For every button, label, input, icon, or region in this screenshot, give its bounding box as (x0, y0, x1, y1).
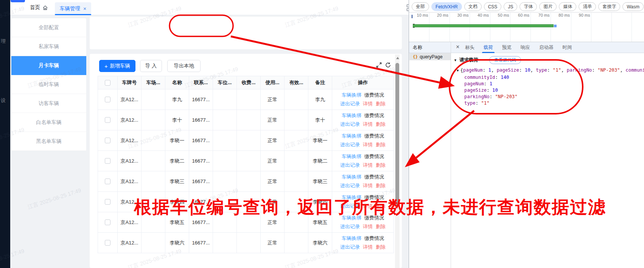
add-vehicle-button[interactable]: + 新增车辆 (99, 60, 135, 72)
detail-tab[interactable]: 响应 (521, 42, 530, 53)
payment-status-link[interactable]: 缴费情况 (364, 235, 384, 242)
top-left-accent (11, 0, 25, 2)
delete-link[interactable]: 删除 (376, 162, 386, 169)
tab-vehicle-management[interactable]: 车辆管理 × (55, 2, 91, 15)
entry-exit-log-link[interactable]: 进出记录 (340, 121, 360, 128)
payment-status-link[interactable]: 缴费情况 (364, 153, 384, 160)
rebind-vehicle-link[interactable]: 车辆换绑 (342, 133, 361, 139)
rebind-vehicle-link[interactable]: 车辆换绑 (342, 194, 361, 201)
filter-chip[interactable]: 全部 (412, 2, 429, 11)
table-row: 京A12... 李十 16677... 正常 李十 车辆换绑 缴费情况 进出记录… (98, 110, 394, 130)
sidebar-item[interactable]: 黑名单车辆 (11, 132, 86, 151)
filter-chip[interactable]: 字体 (520, 2, 537, 11)
entry-exit-log-link[interactable]: 进出记录 (340, 182, 360, 189)
detail-tab[interactable]: 载荷 (484, 42, 493, 53)
sidebar-item[interactable]: 私家车辆 (11, 37, 86, 56)
details-link[interactable]: 详情 (363, 223, 373, 230)
sidebar-item[interactable]: 月卡车辆 (11, 56, 86, 75)
filter-chip[interactable]: 清单 (579, 2, 596, 11)
payload-value: 140 (501, 75, 509, 80)
details-link[interactable]: 详情 (363, 203, 373, 210)
sidebar-item[interactable]: 全部配置 (11, 18, 86, 37)
entry-exit-log-link[interactable]: 进出记录 (340, 141, 360, 148)
close-detail-icon[interactable]: × (456, 44, 459, 50)
rebind-vehicle-link[interactable]: 车辆换绑 (342, 215, 361, 221)
payment-status-link[interactable]: 缴费情况 (364, 194, 384, 201)
delete-link[interactable]: 删除 (376, 223, 386, 230)
payment-status-link[interactable]: 缴费情况 (364, 133, 384, 139)
payment-status-link[interactable]: 缴费情况 (364, 112, 384, 119)
details-link[interactable]: 详情 (363, 141, 373, 148)
row-checkbox[interactable] (105, 97, 110, 102)
entry-exit-log-link[interactable]: 进出记录 (340, 162, 360, 169)
rebind-vehicle-link[interactable]: 车辆换绑 (342, 153, 361, 160)
row-checkbox[interactable] (105, 158, 110, 164)
table-scrollbar-thumb[interactable] (395, 63, 399, 207)
rebind-vehicle-link[interactable]: 车辆换绑 (342, 112, 361, 119)
row-checkbox[interactable] (105, 199, 110, 205)
delete-link[interactable]: 删除 (376, 203, 386, 210)
delete-link[interactable]: 删除 (376, 121, 386, 128)
cell-name: 李晓一 (165, 130, 189, 151)
rebind-vehicle-link[interactable]: 车辆换绑 (342, 92, 361, 99)
entry-exit-log-link[interactable]: 进出记录 (340, 223, 360, 230)
reload-table-icon[interactable] (385, 62, 391, 68)
detail-tab[interactable]: 标头 (465, 42, 474, 53)
row-checkbox[interactable] (105, 219, 110, 225)
entry-exit-log-link[interactable]: 进出记录 (340, 244, 360, 251)
sidebar-item[interactable]: 白名单车辆 (11, 113, 86, 132)
sidebar-item-label: 全部配置 (39, 24, 59, 31)
rebind-vehicle-link[interactable]: 车辆换绑 (342, 174, 361, 180)
request-payload-section[interactable]: ▼ 请求载荷 (454, 57, 478, 63)
row-checkbox[interactable] (105, 179, 110, 184)
delete-link[interactable]: 删除 (376, 141, 386, 148)
details-link[interactable]: 详情 (363, 244, 373, 251)
delete-link[interactable]: 删除 (376, 100, 386, 107)
details-link[interactable]: 详情 (363, 121, 373, 128)
payment-status-link[interactable]: 缴费情况 (364, 174, 384, 180)
scrollbar-up-arrow[interactable] (396, 57, 399, 59)
filter-chip[interactable]: Wasm (622, 2, 644, 11)
filter-chip[interactable]: JS (504, 2, 517, 11)
row-checkbox[interactable] (105, 117, 110, 123)
request-row-querypage[interactable]: {} queryPage (409, 53, 451, 60)
tab-close-icon[interactable]: × (83, 6, 86, 12)
detail-tab[interactable]: 启动器 (539, 42, 554, 53)
details-link[interactable]: 详情 (363, 162, 373, 169)
details-link[interactable]: 详情 (363, 100, 373, 107)
payment-status-link[interactable]: 缴费情况 (364, 215, 384, 221)
select-all-checkbox[interactable] (105, 80, 110, 86)
detail-tab-label: 响应 (521, 45, 530, 50)
fullscreen-icon[interactable] (376, 62, 382, 68)
row-checkbox[interactable] (105, 138, 110, 143)
sidebar-item[interactable]: 访客车辆 (11, 94, 86, 113)
view-source-button[interactable]: 查看源代码 (489, 56, 521, 64)
timeline-blue-marker (554, 25, 557, 27)
rebind-vehicle-link[interactable]: 车辆换绑 (342, 235, 361, 242)
cell-usage: 正常 (261, 130, 285, 151)
detail-tab[interactable]: 时间 (563, 42, 572, 53)
filter-chip[interactable]: Fetch/XHR (431, 2, 462, 11)
filter-chip[interactable]: 图片 (539, 2, 557, 11)
detail-tab[interactable]: 预览 (502, 42, 512, 53)
tab-home-label: 首页 (30, 4, 40, 11)
delete-link[interactable]: 删除 (376, 244, 386, 251)
export-local-button[interactable]: 导出本地 (167, 60, 201, 72)
cell-lot (142, 89, 165, 110)
import-button[interactable]: 导 入 (140, 60, 162, 72)
tab-home[interactable]: 首页 (30, 0, 48, 15)
row-checkbox[interactable] (105, 240, 110, 246)
filter-chip[interactable]: 套接字 (598, 2, 620, 11)
payment-status-link[interactable]: 缴费情况 (364, 92, 384, 99)
sidebar-item[interactable]: 临时车辆 (11, 75, 86, 94)
entry-exit-log-link[interactable]: 进出记录 (340, 203, 360, 210)
filter-chip[interactable]: CSS (484, 2, 502, 11)
filter-chip[interactable]: 文档 (464, 2, 482, 11)
entry-exit-log-link[interactable]: 进出记录 (340, 100, 360, 107)
payload-summary-line[interactable]: ▼{pageNum: 1, pageSize: 10, type: "1", p… (457, 67, 644, 73)
timeline-green-bar[interactable] (413, 24, 554, 27)
details-link[interactable]: 详情 (363, 182, 373, 189)
filter-chip[interactable]: 媒体 (559, 2, 576, 11)
delete-link[interactable]: 删除 (376, 182, 386, 189)
sidebar-item-label: 临时车辆 (39, 81, 59, 88)
